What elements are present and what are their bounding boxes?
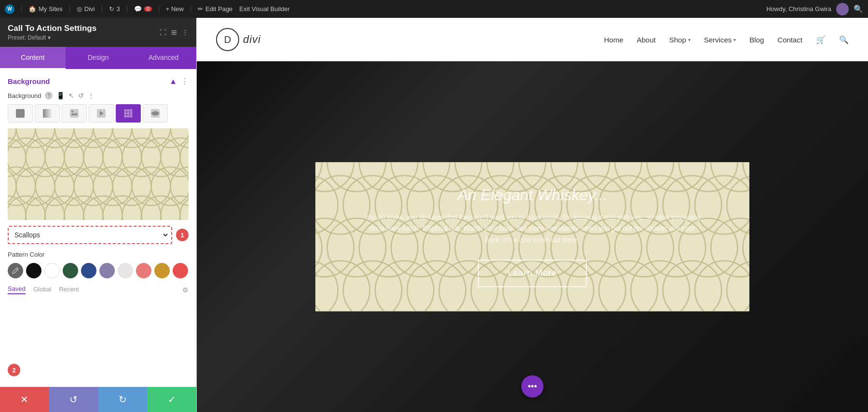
svg-rect-0 <box>16 109 25 118</box>
grid-icon[interactable]: ⊞ <box>171 28 177 36</box>
floating-action-button[interactable]: ••• <box>521 375 543 398</box>
divider <box>102 5 102 13</box>
bg-type-mask[interactable] <box>143 104 168 123</box>
more-options-icon[interactable]: ⋮ <box>182 28 189 36</box>
color-swatch-gold[interactable] <box>154 263 170 278</box>
nav-home[interactable]: Home <box>604 36 623 44</box>
scallop-svg <box>8 128 189 220</box>
color-swatch-salmon[interactable] <box>136 263 151 278</box>
bg-type-color[interactable] <box>8 104 33 123</box>
color-swatches <box>8 263 189 278</box>
bg-type-tabs <box>8 104 189 123</box>
badge-2-spacer <box>8 297 189 302</box>
admin-bar-left: W 🏠 My Sites ◎ Divi ↻ 3 💬 0 + New ✏ Edit… <box>5 4 759 14</box>
panel-preset[interactable]: Preset: Default ▾ <box>8 34 96 41</box>
color-swatch-lightgray[interactable] <box>118 263 133 278</box>
new-content-button[interactable]: + New <box>166 5 184 13</box>
svg-rect-6 <box>124 109 133 118</box>
color-swatch-darkgreen[interactable] <box>63 263 78 278</box>
exit-builder-button[interactable]: Exit Visual Builder <box>239 5 290 13</box>
pattern-select-wrapper: Scallops None Circles Stripes Diamonds C… <box>8 226 172 244</box>
site-header: D divi Home About Shop ▾ Services ▾ <box>197 18 868 61</box>
fab-dots-icon: ••• <box>528 382 537 392</box>
cta-learn-more-button[interactable]: Learn More <box>478 260 587 287</box>
site-name-link[interactable]: ◎ Divi <box>77 5 95 13</box>
tab-design[interactable]: Design <box>66 47 131 69</box>
mobile-icon[interactable]: 📱 <box>56 92 65 99</box>
shop-dropdown-arrow-icon: ▾ <box>688 37 691 42</box>
tab-bar: Content Design Advanced <box>0 47 196 69</box>
nav-contact[interactable]: Contact <box>777 36 802 44</box>
color-tab-saved[interactable]: Saved <box>8 285 26 294</box>
cta-body-text: You do know, you do know that they don't… <box>364 212 701 246</box>
color-swatch-white[interactable] <box>44 263 60 278</box>
settings-panel: Call To Action Settings Preset: Default … <box>0 18 197 412</box>
bg-type-gradient[interactable] <box>35 104 60 123</box>
nav-about[interactable]: About <box>637 36 655 44</box>
divider <box>69 5 70 13</box>
site-nav: Home About Shop ▾ Services ▾ Blog Contac <box>604 35 849 44</box>
svg-point-3 <box>71 110 73 112</box>
wordpress-icon[interactable]: W <box>5 4 14 14</box>
main-layout: Call To Action Settings Preset: Default … <box>0 18 868 412</box>
reset-icon[interactable]: ↺ <box>78 92 84 99</box>
help-icon[interactable]: ? <box>45 92 53 99</box>
pattern-color-label: Pattern Color <box>8 251 189 258</box>
pattern-select-dropdown[interactable]: Scallops None Circles Stripes Diamonds C… <box>11 228 169 242</box>
comments-link[interactable]: 💬 0 <box>134 5 152 13</box>
panel-header-icons: ⛶ ⊞ ⋮ <box>160 28 189 36</box>
bg-more-icon[interactable]: ⋮ <box>88 92 95 99</box>
edit-page-button[interactable]: ✏ Edit Page <box>198 5 232 13</box>
nav-search-icon[interactable]: 🔍 <box>839 35 849 44</box>
color-swatch-blue[interactable] <box>81 263 96 278</box>
bg-label-row: Background ? 📱 ↖ ↺ ⋮ <box>8 92 189 99</box>
section-controls: ▲ ⋮ <box>169 77 189 86</box>
sites-icon: 🏠 <box>28 5 36 13</box>
color-tabs: Saved Global Recent ⚙ <box>8 285 189 294</box>
save-button[interactable]: ✓ <box>147 387 196 412</box>
site-logo: D divi <box>216 28 261 51</box>
divider <box>21 5 22 13</box>
color-settings-gear-icon[interactable]: ⚙ <box>182 286 189 294</box>
nav-services[interactable]: Services ▾ <box>704 36 736 44</box>
divider <box>127 5 127 13</box>
nav-shop[interactable]: Shop ▾ <box>669 36 691 44</box>
pattern-select-row: Scallops None Circles Stripes Diamonds C… <box>8 226 189 244</box>
comment-icon: 💬 <box>134 5 142 13</box>
tab-advanced[interactable]: Advanced <box>131 47 196 69</box>
bg-type-pattern[interactable] <box>116 104 141 123</box>
cart-icon[interactable]: 🛒 <box>816 35 826 44</box>
nav-blog[interactable]: Blog <box>749 36 764 44</box>
cta-content: An Elegant Whiskey... You do know, you d… <box>344 186 720 287</box>
tab-content[interactable]: Content <box>0 47 66 69</box>
preset-chevron-icon: ▾ <box>48 34 51 41</box>
bg-type-video[interactable] <box>89 104 114 123</box>
bg-type-image[interactable] <box>62 104 87 123</box>
page-body: An Elegant Whiskey... You do know, you d… <box>197 61 868 412</box>
fullscreen-icon[interactable]: ⛶ <box>160 28 166 36</box>
section-title: Background <box>8 77 50 85</box>
color-swatch-purple[interactable] <box>99 263 115 278</box>
user-avatar[interactable] <box>836 3 849 15</box>
color-swatch-black[interactable] <box>26 263 41 278</box>
section-more-icon[interactable]: ⋮ <box>181 77 189 86</box>
divider <box>159 5 159 13</box>
my-sites-link[interactable]: 🏠 My Sites <box>28 5 63 13</box>
collapse-chevron-icon[interactable]: ▲ <box>169 77 177 86</box>
undo-button[interactable]: ↺ <box>49 387 98 412</box>
refresh-icon: ↻ <box>109 5 114 13</box>
search-icon[interactable]: 🔍 <box>854 4 863 14</box>
color-tab-recent[interactable]: Recent <box>59 286 79 294</box>
panel-header: Call To Action Settings Preset: Default … <box>0 18 196 47</box>
updates-link[interactable]: ↻ 3 <box>109 5 120 13</box>
cancel-button[interactable]: ✕ <box>0 387 49 412</box>
cursor-icon[interactable]: ↖ <box>68 92 74 99</box>
color-swatch-red[interactable] <box>173 263 188 278</box>
svg-rect-1 <box>43 109 52 118</box>
bottom-action-bar: ✕ ↺ ↻ ✓ <box>0 387 196 412</box>
eyedropper-swatch[interactable] <box>8 263 23 278</box>
color-tab-global[interactable]: Global <box>33 286 52 294</box>
divi-icon: ◎ <box>77 5 82 13</box>
admin-bar: W 🏠 My Sites ◎ Divi ↻ 3 💬 0 + New ✏ Edit… <box>0 0 868 18</box>
redo-button[interactable]: ↻ <box>98 387 148 412</box>
